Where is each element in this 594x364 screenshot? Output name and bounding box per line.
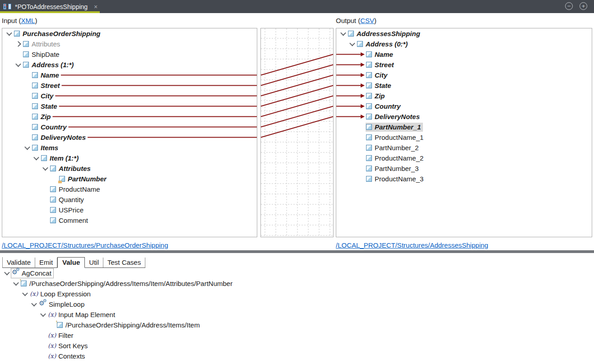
output-tree-node-row[interactable]: ProductName_3 — [336, 174, 592, 184]
element-icon — [50, 207, 56, 213]
tab-emit[interactable]: Emit — [35, 258, 57, 267]
value-tree-node-label: Filter — [58, 332, 73, 340]
output-tree-node-label: Name — [375, 51, 393, 59]
input-tree-node-row[interactable]: ProductName — [2, 184, 257, 194]
expand-chevron-icon[interactable] — [41, 166, 50, 170]
tab-util[interactable]: Util — [85, 258, 103, 267]
output-tree-node-row[interactable]: AddressesShipping — [336, 28, 592, 39]
input-tree-node-row[interactable]: Item (1:*) — [2, 153, 257, 163]
output-tree-node-row[interactable]: DeliveryNotes — [336, 111, 592, 122]
row-content: (x)Loop Expression — [29, 290, 93, 299]
value-tree-node-row[interactable]: (x)Filter — [0, 330, 234, 341]
output-tree-node-row[interactable]: PartNumber_2 — [336, 143, 592, 153]
output-tree-node-row[interactable]: PartNumber_1 — [336, 122, 592, 132]
value-tree-node-label: SimpleLoop — [49, 300, 84, 309]
row-content: (x)Contexts — [47, 352, 87, 361]
output-tree-node-label: State — [375, 82, 391, 90]
element-icon — [366, 72, 372, 78]
tab-value[interactable]: Value — [57, 257, 85, 268]
expand-chevron-icon[interactable] — [30, 302, 38, 306]
output-tree-node-row[interactable]: ProductName_1 — [336, 132, 592, 143]
input-tree-node-row[interactable]: Quantity — [2, 194, 257, 205]
input-tree-node-label: ShipDate — [32, 51, 60, 59]
output-tree-node-row[interactable]: Name — [336, 49, 592, 60]
expand-all-icon[interactable]: + — [580, 2, 587, 10]
input-format-link[interactable]: XML — [21, 17, 35, 24]
document-tab[interactable]: *POToAddressesShipping × — [0, 0, 102, 13]
element-icon — [366, 103, 372, 109]
row-content: DeliveryNotes — [366, 112, 422, 121]
input-tree-node-row[interactable]: ShipDate — [2, 49, 257, 60]
output-structure-link[interactable]: /LOCAL_PROJECT/Structures/AddressesShipp… — [336, 241, 488, 249]
value-tree-node-row[interactable]: (x)Sort Keys — [0, 341, 234, 351]
expand-chevron-icon[interactable] — [3, 271, 11, 275]
expand-chevron-icon[interactable] — [5, 32, 14, 36]
expand-chevron-icon[interactable] — [12, 281, 20, 286]
output-tree-node-row[interactable]: Country — [336, 101, 592, 111]
output-tree-node-label: PartNumber_2 — [375, 144, 419, 152]
input-tree-node-label: DeliveryNotes — [41, 134, 86, 142]
input-tree-node-row[interactable]: Attributes — [2, 39, 257, 49]
expand-chevron-icon[interactable] — [23, 146, 32, 150]
horizontal-splitter[interactable] — [0, 250, 594, 253]
output-format-link[interactable]: CSV — [360, 17, 374, 24]
value-tree-node-row[interactable]: /PurchaseOrderShipping/Address/Items/Ite… — [0, 278, 234, 289]
output-tree-node-row[interactable]: PartNumber_3 — [336, 163, 592, 174]
output-tree-node-row[interactable]: ProductName_2 — [336, 153, 592, 163]
map-element-icon — [57, 322, 63, 328]
value-tree-node-row[interactable]: ⚙⚙SimpleLoop — [0, 299, 234, 309]
expand-chevron-icon[interactable] — [339, 32, 348, 36]
input-tree-node-row[interactable]: Address (1:*) — [2, 60, 257, 70]
tab-test-cases[interactable]: Test Cases — [103, 258, 145, 267]
output-tree-node-row[interactable]: State — [336, 80, 592, 91]
input-header-prefix: Input ( — [2, 17, 21, 24]
input-tree-node-row[interactable]: Comment — [2, 215, 257, 226]
panel-controls: − + — [565, 2, 587, 10]
value-tree-node-row[interactable]: /PurchaseOrderShipping/Address/Items/Ite… — [0, 320, 234, 330]
element-icon — [32, 114, 38, 120]
row-content: Zip — [366, 92, 387, 101]
element-icon — [50, 166, 56, 171]
expand-chevron-icon[interactable] — [39, 313, 47, 317]
element-icon — [366, 124, 372, 130]
input-tree-node-label: Street — [41, 82, 60, 90]
input-tree-node-row[interactable]: Items — [2, 143, 257, 153]
expand-chevron-icon[interactable] — [14, 42, 23, 46]
expression-icon: (x) — [48, 353, 56, 359]
element-icon — [366, 114, 372, 120]
expand-chevron-icon[interactable] — [348, 42, 357, 46]
expand-chevron-icon[interactable] — [14, 63, 23, 67]
row-content: Attributes — [50, 164, 93, 173]
output-tree-node-row[interactable]: City — [336, 70, 592, 80]
row-content: ShipDate — [23, 50, 61, 59]
output-tree-node-row[interactable]: Address (0:*) — [336, 39, 592, 49]
output-tree-node-row[interactable]: Street — [336, 60, 592, 70]
input-structure-link[interactable]: /LOCAL_PROJECT/Structures/PurchaseOrderS… — [2, 241, 168, 249]
expand-chevron-icon[interactable] — [32, 156, 41, 160]
element-icon — [32, 134, 38, 140]
tab-validate[interactable]: Validate — [3, 258, 35, 267]
mapping-tool-window: *POToAddressesShipping × − + Input (XML)… — [0, 0, 594, 364]
output-tree-node-row[interactable]: Zip — [336, 91, 592, 101]
input-tree-node-row[interactable]: PartNumber — [2, 174, 257, 184]
element-icon — [32, 124, 38, 130]
row-content: Country — [32, 123, 69, 132]
value-tree-node-row[interactable]: (x)Contexts — [0, 351, 234, 361]
row-content: ProductName_3 — [366, 175, 425, 184]
mapping-document-icon — [3, 3, 11, 10]
row-content: Zip — [32, 112, 53, 121]
mapping-area: PurchaseOrderShippingAttributesShipDateA… — [0, 28, 594, 238]
input-tree-node-row[interactable]: USPrice — [2, 205, 257, 215]
input-tree-node-row[interactable]: PurchaseOrderShipping — [2, 28, 257, 39]
value-tree-node-row[interactable]: ⚙⚙AgConcat — [0, 268, 234, 278]
close-icon[interactable]: × — [94, 4, 97, 10]
input-tree-node-row[interactable]: Attributes — [2, 163, 257, 174]
value-tree-node-row[interactable]: (x)Loop Expression — [0, 289, 234, 299]
expand-chevron-icon[interactable] — [21, 292, 29, 296]
expression-icon: (x) — [30, 291, 38, 297]
collapse-all-icon[interactable]: − — [565, 2, 573, 10]
element-icon — [32, 93, 38, 99]
element-icon — [357, 41, 363, 47]
value-tree-node-row[interactable]: (x)Input Map Element — [0, 309, 234, 320]
output-tree-node-label: City — [375, 71, 387, 79]
